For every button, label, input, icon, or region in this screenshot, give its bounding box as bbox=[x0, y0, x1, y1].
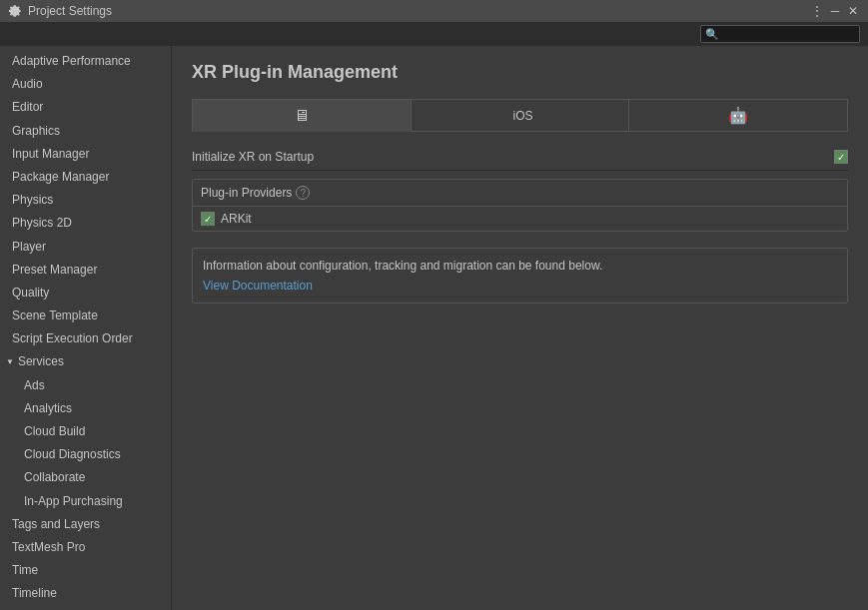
main-content: Adaptive PerformanceAudioEditorGraphicsI… bbox=[0, 46, 868, 610]
sidebar-item-label: Analytics bbox=[24, 401, 72, 415]
sidebar-item-label: Quality bbox=[12, 286, 49, 300]
sidebar: Adaptive PerformanceAudioEditorGraphicsI… bbox=[0, 46, 172, 610]
sidebar-item-label: Collaborate bbox=[24, 470, 85, 484]
plugin-providers-header: Plug-in Providers ? bbox=[193, 180, 847, 207]
more-button[interactable]: ⋮ bbox=[810, 4, 824, 18]
sidebar-item-label: Editor bbox=[12, 100, 43, 114]
view-documentation-link[interactable]: View Documentation bbox=[203, 279, 313, 293]
sidebar-item-label: Scene Template bbox=[12, 308, 98, 322]
tab-bar: 🖥 iOS 🤖 bbox=[192, 99, 848, 132]
initialize-xr-row: Initialize XR on Startup ✓ bbox=[192, 144, 848, 171]
sidebar-item-analytics[interactable]: Analytics bbox=[0, 397, 171, 420]
sidebar-item-physics[interactable]: Physics bbox=[0, 189, 171, 212]
sidebar-item-label: In-App Purchasing bbox=[24, 494, 123, 508]
expand-icon: ▼ bbox=[6, 356, 14, 369]
help-icon-text: ? bbox=[301, 188, 307, 199]
gear-icon bbox=[8, 4, 22, 18]
sidebar-item-player[interactable]: Player bbox=[0, 236, 171, 259]
window: Project Settings ⋮ ─ ✕ 🔍 Adaptive Perfor… bbox=[0, 0, 868, 610]
tab-ios[interactable]: iOS bbox=[412, 99, 630, 131]
sidebar-item-label: Script Execution Order bbox=[12, 331, 133, 345]
plugin-providers-label: Plug-in Providers bbox=[201, 186, 292, 200]
sidebar-item-label: Cloud Diagnostics bbox=[24, 447, 121, 461]
sidebar-item-label: Cloud Build bbox=[24, 424, 85, 438]
sidebar-item-label: Input Manager bbox=[12, 147, 89, 161]
info-section: Information about configuration, trackin… bbox=[192, 248, 848, 304]
tab-desktop[interactable]: 🖥 bbox=[192, 99, 412, 132]
initialize-xr-label: Initialize XR on Startup bbox=[192, 150, 834, 164]
arkit-check: ✓ bbox=[204, 214, 212, 225]
help-icon[interactable]: ? bbox=[296, 186, 310, 200]
title-bar: Project Settings ⋮ ─ ✕ bbox=[0, 0, 868, 22]
minimize-button[interactable]: ─ bbox=[828, 4, 842, 18]
arkit-checkbox[interactable]: ✓ bbox=[201, 212, 215, 226]
sidebar-item-ui-builder[interactable]: UI Builder bbox=[0, 606, 171, 611]
sidebar-item-label: Audio bbox=[12, 77, 43, 91]
sidebar-item-tags-and-layers[interactable]: Tags and Layers bbox=[0, 513, 171, 536]
sidebar-item-input-manager[interactable]: Input Manager bbox=[0, 143, 171, 166]
sidebar-item-scene-template[interactable]: Scene Template bbox=[0, 305, 171, 327]
sidebar-item-label: Physics bbox=[12, 193, 53, 207]
sidebar-item-quality[interactable]: Quality bbox=[0, 282, 171, 305]
content-area: XR Plug-in Management 🖥 iOS 🤖 Initialize… bbox=[172, 46, 868, 610]
sidebar-item-timeline[interactable]: Timeline bbox=[0, 582, 171, 605]
sidebar-item-audio[interactable]: Audio bbox=[0, 73, 171, 96]
initialize-xr-checkbox[interactable]: ✓ bbox=[834, 150, 848, 164]
sidebar-item-preset-manager[interactable]: Preset Manager bbox=[0, 259, 171, 282]
plugin-item-arkit: ✓ ARKit bbox=[193, 207, 847, 231]
window-title: Project Settings bbox=[28, 4, 112, 18]
title-bar-left: Project Settings bbox=[8, 4, 112, 18]
close-button[interactable]: ✕ bbox=[846, 4, 860, 18]
sidebar-item-cloud-diagnostics[interactable]: Cloud Diagnostics bbox=[0, 443, 171, 466]
tab-ios-label: iOS bbox=[513, 109, 533, 123]
sidebar-item-collaborate[interactable]: Collaborate bbox=[0, 466, 171, 489]
search-bar: 🔍 bbox=[0, 22, 868, 46]
sidebar-item-physics-2d[interactable]: Physics 2D bbox=[0, 212, 171, 235]
info-text: Information about configuration, trackin… bbox=[203, 259, 837, 273]
sidebar-item-label: Preset Manager bbox=[12, 263, 97, 277]
sidebar-item-ads[interactable]: Ads bbox=[0, 374, 171, 397]
sidebar-item-label: Graphics bbox=[12, 124, 60, 138]
arkit-label: ARKit bbox=[221, 212, 252, 226]
sidebar-item-cloud-build[interactable]: Cloud Build bbox=[0, 420, 171, 443]
search-input-wrap: 🔍 bbox=[700, 25, 860, 43]
sidebar-item-label: Time bbox=[12, 563, 38, 577]
sidebar-item-label: Services bbox=[18, 352, 64, 371]
sidebar-item-label: Physics 2D bbox=[12, 216, 72, 230]
plugin-providers-box: Plug-in Providers ? ✓ ARKit bbox=[192, 179, 848, 232]
android-icon: 🤖 bbox=[728, 106, 748, 125]
sidebar-item-label: Timeline bbox=[12, 586, 57, 600]
sidebar-item-label: TextMesh Pro bbox=[12, 540, 85, 554]
page-title: XR Plug-in Management bbox=[192, 62, 848, 83]
sidebar-item-graphics[interactable]: Graphics bbox=[0, 120, 171, 143]
search-icon: 🔍 bbox=[705, 28, 719, 41]
sidebar-item-label: Package Manager bbox=[12, 170, 109, 184]
title-bar-right: ⋮ ─ ✕ bbox=[810, 4, 860, 18]
sidebar-item-services[interactable]: ▼Services bbox=[0, 350, 171, 373]
sidebar-item-textmesh-pro[interactable]: TextMesh Pro bbox=[0, 536, 171, 559]
sidebar-item-label: Player bbox=[12, 240, 46, 254]
sidebar-item-label: Tags and Layers bbox=[12, 517, 100, 531]
checkbox-check: ✓ bbox=[837, 152, 845, 163]
tab-android[interactable]: 🤖 bbox=[629, 99, 848, 131]
sidebar-item-time[interactable]: Time bbox=[0, 559, 171, 582]
search-input[interactable] bbox=[721, 28, 859, 40]
sidebar-item-script-execution-order[interactable]: Script Execution Order bbox=[0, 327, 171, 350]
sidebar-item-label: Ads bbox=[24, 378, 45, 392]
sidebar-item-in-app-purchasing[interactable]: In-App Purchasing bbox=[0, 490, 171, 513]
monitor-icon: 🖥 bbox=[294, 107, 310, 125]
sidebar-item-label: Adaptive Performance bbox=[12, 54, 131, 68]
sidebar-item-package-manager[interactable]: Package Manager bbox=[0, 166, 171, 189]
sidebar-item-adaptive-performance[interactable]: Adaptive Performance bbox=[0, 50, 171, 73]
sidebar-item-editor[interactable]: Editor bbox=[0, 96, 171, 119]
